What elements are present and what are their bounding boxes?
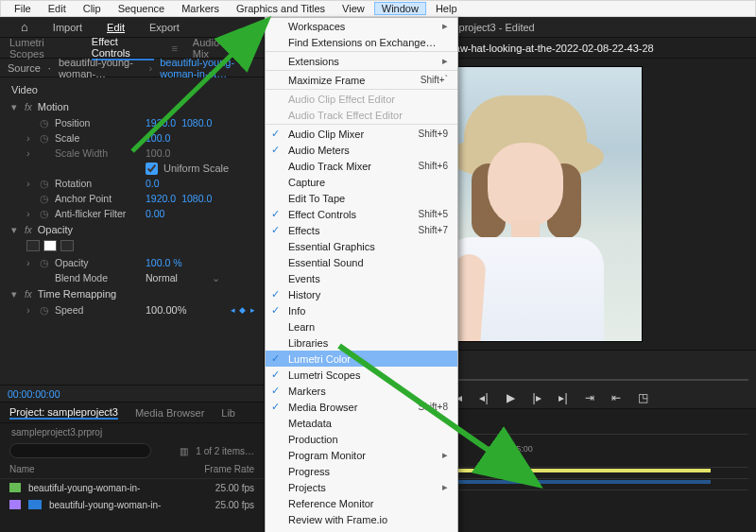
menu-item-markers[interactable]: ✓Markers bbox=[266, 383, 457, 399]
menu-markers[interactable]: Markers bbox=[174, 2, 227, 15]
anchor-x[interactable]: 1920.0 bbox=[146, 193, 176, 204]
menu-item-libraries[interactable]: Libraries bbox=[266, 335, 457, 351]
menu-item-media-browser[interactable]: ✓Media BrowserShift+8 bbox=[266, 399, 457, 415]
menu-item-production[interactable]: Production bbox=[266, 431, 457, 447]
mask-rect-icon[interactable] bbox=[43, 240, 57, 251]
stopwatch-icon[interactable]: ◷ bbox=[40, 132, 49, 145]
fx-motion[interactable]: ▾fx Motion bbox=[6, 98, 264, 115]
menu-item-audio-clip-mixer[interactable]: ✓Audio Clip MixerShift+9 bbox=[266, 126, 457, 142]
menu-window[interactable]: Window bbox=[374, 2, 426, 15]
step-back-button[interactable]: ◂| bbox=[477, 391, 490, 404]
menu-item-learn[interactable]: Learn bbox=[266, 318, 457, 335]
home-icon[interactable] bbox=[21, 20, 28, 34]
stopwatch-icon[interactable]: ◷ bbox=[40, 257, 49, 269]
position-x[interactable]: 1920.0 bbox=[146, 117, 176, 129]
tab-media-browser[interactable]: Media Browser bbox=[135, 407, 204, 419]
source-master-clip[interactable]: beautiful-young-woman-… bbox=[59, 57, 142, 79]
menu-item-extensions[interactable]: Extensions▸ bbox=[266, 53, 457, 69]
menu-item-capture[interactable]: Capture bbox=[266, 174, 457, 190]
speed-value[interactable]: 100.00% bbox=[146, 304, 186, 316]
prop-uniform-scale: Uniform Scale bbox=[6, 161, 264, 176]
menu-edit[interactable]: Edit bbox=[41, 2, 74, 15]
menu-sequence[interactable]: Sequence bbox=[111, 2, 173, 15]
menu-item-label: Capture bbox=[288, 177, 325, 188]
menu-item-source-monitor[interactable]: Source Monitor▸ bbox=[266, 527, 457, 532]
menu-item-essential-graphics[interactable]: Essential Graphics bbox=[266, 238, 457, 254]
stopwatch-icon[interactable]: ◷ bbox=[40, 117, 49, 129]
menu-item-effect-controls[interactable]: ✓Effect ControlsShift+5 bbox=[266, 206, 457, 222]
fx-opacity-label: Opacity bbox=[38, 224, 73, 235]
menu-graphics-titles[interactable]: Graphics and Titles bbox=[229, 2, 333, 15]
tab-project[interactable]: Project: sampleproject3 bbox=[9, 406, 118, 420]
mask-pen-icon[interactable] bbox=[60, 240, 74, 251]
menu-item-label: Libraries bbox=[288, 337, 328, 349]
position-y[interactable]: 1080.0 bbox=[181, 117, 212, 129]
rotation-value[interactable]: 0.0 bbox=[146, 178, 160, 189]
go-to-out-button[interactable]: ▸| bbox=[557, 391, 570, 404]
menu-item-edit-to-tape[interactable]: Edit To Tape bbox=[266, 190, 457, 206]
stopwatch-icon[interactable]: ◷ bbox=[40, 193, 49, 205]
project-row[interactable]: beautiful-young-woman-in- 25.00 fps bbox=[0, 479, 264, 496]
col-frame-rate[interactable]: Frame Rate bbox=[204, 464, 254, 474]
col-name[interactable]: Name bbox=[9, 464, 204, 474]
menu-item-maximize-frame[interactable]: Maximize FrameShift+` bbox=[266, 72, 457, 88]
play-button[interactable]: ▶ bbox=[504, 391, 517, 404]
opacity-value[interactable]: 100.0 % bbox=[146, 257, 182, 268]
scale-value[interactable]: 100.0 bbox=[146, 132, 170, 144]
menu-item-find-extensions-on-exchange[interactable]: Find Extensions on Exchange… bbox=[266, 34, 457, 50]
keyframe-nav[interactable]: ◂ ◆ ▸ bbox=[231, 305, 256, 315]
menu-item-label: Audio Meters bbox=[288, 145, 350, 156]
uniform-scale-checkbox[interactable] bbox=[146, 163, 158, 175]
menu-item-workspaces[interactable]: Workspaces▸ bbox=[266, 18, 457, 34]
lift-button[interactable]: ⇥ bbox=[583, 391, 596, 404]
menu-item-review-with-frame-io[interactable]: Review with Frame.io bbox=[266, 511, 457, 527]
menu-file[interactable]: File bbox=[7, 2, 39, 15]
stopwatch-icon[interactable]: ◷ bbox=[40, 208, 49, 220]
menu-item-program-monitor[interactable]: Program Monitor▸ bbox=[266, 447, 457, 463]
project-search-input[interactable] bbox=[9, 443, 151, 458]
anchor-y[interactable]: 1080.0 bbox=[181, 193, 212, 204]
menu-item-progress[interactable]: Progress bbox=[266, 463, 457, 479]
extract-button[interactable]: ⇤ bbox=[610, 391, 623, 404]
menu-help[interactable]: Help bbox=[428, 2, 465, 15]
menu-item-reference-monitor[interactable]: Reference Monitor bbox=[266, 495, 457, 511]
tab-libraries[interactable]: Lib bbox=[221, 407, 235, 419]
menu-shortcut: Shift+7 bbox=[419, 225, 448, 235]
menu-item-projects[interactable]: Projects▸ bbox=[266, 479, 457, 495]
menu-item-label: Essential Graphics bbox=[288, 241, 375, 252]
stopwatch-icon[interactable]: ◷ bbox=[40, 304, 49, 317]
menu-item-lumetri-color[interactable]: ✓Lumetri Color bbox=[266, 351, 457, 367]
step-forward-button[interactable]: |▸ bbox=[530, 391, 543, 404]
panel-menu-icon[interactable]: ≡ bbox=[171, 43, 177, 54]
effect-controls-timecode[interactable]: 00:00:00:00 bbox=[0, 385, 264, 402]
menu-item-audio-track-mixer[interactable]: Audio Track MixerShift+6 bbox=[266, 158, 457, 174]
menu-item-essential-sound[interactable]: Essential Sound bbox=[266, 254, 457, 270]
menu-view[interactable]: View bbox=[335, 2, 372, 15]
menu-item-effects[interactable]: ✓EffectsShift+7 bbox=[266, 222, 457, 238]
fx-opacity[interactable]: ▾fx Opacity bbox=[6, 221, 264, 238]
menu-clip[interactable]: Clip bbox=[76, 2, 109, 15]
menu-item-info[interactable]: ✓Info bbox=[266, 302, 457, 318]
project-row[interactable]: beautiful-young-woman-in- 25.00 fps bbox=[0, 496, 264, 513]
menu-item-history[interactable]: ✓History bbox=[266, 286, 457, 302]
menu-item-metadata[interactable]: Metadata bbox=[266, 415, 457, 431]
menu-item-label: Projects bbox=[288, 482, 326, 493]
export-frame-button[interactable]: ◳ bbox=[636, 391, 649, 404]
check-icon: ✓ bbox=[271, 144, 280, 156]
menu-item-lumetri-scopes[interactable]: ✓Lumetri Scopes bbox=[266, 367, 457, 383]
check-icon: ✓ bbox=[271, 304, 280, 317]
stopwatch-icon[interactable]: ◷ bbox=[40, 178, 49, 190]
menu-item-label: Effects bbox=[288, 225, 319, 236]
submenu-arrow-icon: ▸ bbox=[442, 481, 448, 493]
fx-time-remapping[interactable]: ▾fx Time Remapping bbox=[6, 285, 264, 302]
workspace-tab-import[interactable]: Import bbox=[53, 22, 82, 33]
workspace-tab-export[interactable]: Export bbox=[149, 22, 180, 33]
menu-item-audio-meters[interactable]: ✓Audio Meters bbox=[266, 142, 457, 158]
bin-list-icon[interactable]: ▥ bbox=[180, 446, 188, 456]
source-sequence-clip[interactable]: beautiful-young-woman-in-st… bbox=[160, 57, 256, 79]
menu-item-events[interactable]: Events bbox=[266, 270, 457, 286]
blend-mode-select[interactable]: Normal bbox=[146, 272, 178, 283]
workspace-tab-edit[interactable]: Edit bbox=[107, 22, 125, 33]
antiflicker-value[interactable]: 0.00 bbox=[146, 208, 164, 219]
mask-ellipse-icon[interactable] bbox=[26, 240, 40, 251]
